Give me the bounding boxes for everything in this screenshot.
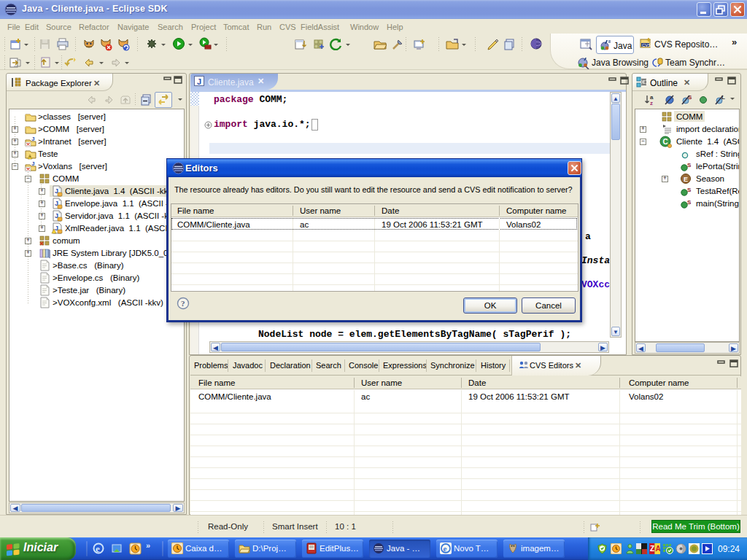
svg-text:E: E [684,176,688,183]
svg-text:Z: Z [650,545,654,553]
svg-text:S: S [687,199,692,206]
svg-text:CVS: CVS [642,43,651,47]
svg-text:?: ? [181,299,185,308]
svg-text:e: e [96,543,100,554]
svg-text:S: S [687,162,692,168]
svg-text:A: A [656,545,661,553]
svg-text:z: z [650,100,653,106]
svg-text:e: e [444,544,447,553]
svg-text:S: S [687,187,692,193]
svg-text:C: C [663,138,668,146]
